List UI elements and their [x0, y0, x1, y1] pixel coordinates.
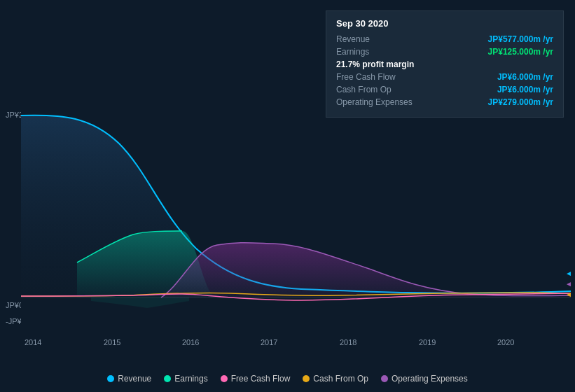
x-label-2017: 2017	[261, 338, 277, 346]
x-label-2018: 2018	[340, 338, 356, 346]
chart-svg	[21, 108, 571, 332]
tooltip-label-earnings: Earnings	[336, 47, 369, 57]
legend-dot-revenue	[107, 375, 114, 382]
tooltip-title: Sep 30 2020	[336, 18, 553, 29]
x-label-2015: 2015	[104, 338, 120, 346]
tooltip-label-revenue: Revenue	[336, 34, 370, 44]
tooltip-row-opex: Operating Expenses JP¥279.000m /yr	[336, 97, 553, 107]
legend-dot-earnings	[164, 375, 171, 382]
legend-item-revenue[interactable]: Revenue	[107, 374, 151, 384]
legend-label-earnings: Earnings	[174, 374, 207, 384]
legend-item-fcf[interactable]: Free Cash Flow	[221, 374, 291, 384]
tooltip-value-opex: JP¥279.000m /yr	[488, 97, 553, 107]
right-indicator-opex: ◄	[565, 280, 572, 288]
tooltip-value-revenue: JP¥577.000m /yr	[488, 34, 553, 44]
tooltip-margin: 21.7% profit margin	[336, 59, 553, 69]
chart-container: Sep 30 2020 Revenue JP¥577.000m /yr Earn…	[0, 0, 575, 392]
legend-item-cfo[interactable]: Cash From Op	[303, 374, 368, 384]
tooltip-row-fcf: Free Cash Flow JP¥6.000m /yr	[336, 72, 553, 82]
legend-label-opex: Operating Expenses	[392, 374, 468, 384]
tooltip-row-cfo: Cash From Op JP¥6.000m /yr	[336, 85, 553, 94]
legend-dot-fcf	[221, 375, 228, 382]
x-label-2019: 2019	[419, 338, 436, 346]
right-indicator-cfo: ◄	[565, 290, 572, 298]
legend-dot-cfo	[303, 375, 310, 382]
tooltip-label-opex: Operating Expenses	[336, 97, 413, 107]
tooltip-box: Sep 30 2020 Revenue JP¥577.000m /yr Earn…	[326, 10, 564, 118]
legend-dot-opex	[381, 375, 388, 382]
tooltip-label-cfo: Cash From Op	[336, 85, 392, 94]
tooltip-row-revenue: Revenue JP¥577.000m /yr	[336, 34, 553, 44]
legend-label-revenue: Revenue	[118, 374, 151, 384]
tooltip-label-fcf: Free Cash Flow	[336, 72, 396, 82]
legend-label-fcf: Free Cash Flow	[231, 374, 291, 384]
legend-item-earnings[interactable]: Earnings	[164, 374, 207, 384]
legend-item-opex[interactable]: Operating Expenses	[381, 374, 468, 384]
tooltip-value-earnings: JP¥125.000m /yr	[488, 47, 553, 57]
x-label-2014: 2014	[25, 338, 41, 346]
tooltip-value-fcf: JP¥6.000m /yr	[497, 72, 553, 82]
right-indicator-revenue: ◄	[565, 270, 572, 277]
tooltip-value-cfo: JP¥6.000m /yr	[497, 85, 553, 94]
x-label-2016: 2016	[182, 338, 199, 346]
chart-legend: Revenue Earnings Free Cash Flow Cash Fro…	[0, 374, 575, 384]
x-label-2020: 2020	[497, 338, 514, 346]
tooltip-row-earnings: Earnings JP¥125.000m /yr	[336, 47, 553, 57]
legend-label-cfo: Cash From Op	[313, 374, 368, 384]
